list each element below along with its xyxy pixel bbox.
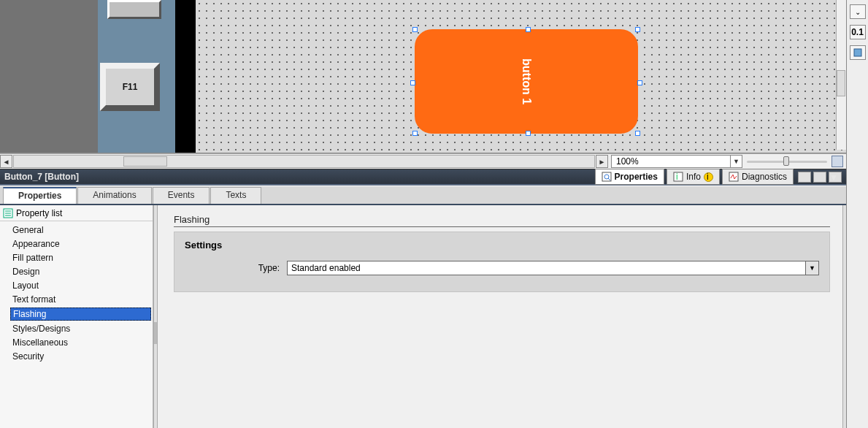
property-item-appearance[interactable]: Appearance — [10, 238, 151, 250]
chevron-down-icon[interactable]: ⌄ — [850, 4, 866, 19]
inspector-subtabs: Properties Animations Events Texts — [0, 186, 846, 205]
hscroll-right-button[interactable]: ► — [596, 155, 608, 168]
warning-icon: i — [704, 172, 713, 182]
toolbox-button-2[interactable] — [850, 45, 866, 60]
hscroll-thumb[interactable] — [123, 156, 167, 167]
canvas-vertical-scrollbar[interactable] — [836, 0, 846, 150]
property-item-miscellaneous[interactable]: Miscellaneous — [10, 337, 151, 348]
resize-handle[interactable] — [526, 27, 531, 32]
property-tree: Property list GeneralAppearanceFill patt… — [0, 205, 153, 428]
type-dropdown[interactable]: Standard enabled ▼ — [287, 261, 819, 275]
zoom-slider-knob[interactable] — [783, 156, 789, 166]
svg-rect-12 — [854, 49, 861, 56]
zoom-slider[interactable] — [747, 155, 827, 168]
list-icon — [3, 208, 13, 218]
function-key-f11[interactable]: F11 — [100, 63, 160, 111]
property-tree-header[interactable]: Property list — [0, 205, 153, 221]
design-canvas[interactable]: F11 button 1 — [0, 0, 846, 153]
key-box-top[interactable] — [107, 0, 161, 19]
property-item-general[interactable]: General — [10, 224, 151, 236]
info-icon: i — [673, 172, 683, 182]
property-item-fill-pattern[interactable]: Fill pattern — [10, 252, 151, 264]
inspector-titlebar: Button_7 [Button] Properties i Info i Di… — [0, 169, 846, 186]
diagnostics-icon — [729, 172, 739, 182]
canvas-footer-bar: ◄ ► 100% ▼ — [0, 153, 846, 169]
resize-handle[interactable] — [635, 131, 640, 136]
resize-handle[interactable] — [635, 27, 640, 32]
svg-text:i: i — [707, 172, 709, 182]
function-key-label: F11 — [123, 82, 138, 92]
property-tree-title: Property list — [16, 208, 62, 218]
zoom-combobox[interactable]: 100% ▼ — [611, 155, 742, 168]
tab-diagnostics[interactable]: Diagnostics — [722, 169, 794, 185]
properties-icon — [602, 172, 612, 182]
section-title: Flashing — [174, 214, 830, 227]
tab-properties[interactable]: Properties — [595, 169, 664, 185]
svg-text:i: i — [676, 172, 678, 182]
property-area: Property list GeneralAppearanceFill patt… — [0, 205, 846, 428]
resize-handle[interactable] — [412, 131, 418, 136]
layout-button-1[interactable] — [798, 172, 811, 183]
settings-group: Settings Type: Standard enabled ▼ — [174, 232, 830, 292]
chevron-down-icon[interactable]: ▼ — [730, 156, 742, 167]
subtab-texts[interactable]: Texts — [210, 187, 261, 204]
subtab-properties[interactable]: Properties — [3, 187, 77, 204]
property-body: Flashing Settings Type: Standard enabled… — [158, 205, 846, 428]
property-item-styles-designs[interactable]: Styles/Designs — [10, 323, 151, 335]
resize-handle[interactable] — [526, 131, 531, 136]
tab-info[interactable]: i Info i — [667, 169, 720, 185]
subtab-animations[interactable]: Animations — [77, 187, 151, 204]
resize-handle[interactable] — [637, 80, 642, 85]
inspector-object-name: Button_7 [Button] — [4, 172, 79, 182]
collapse-button[interactable]: ▼ — [829, 172, 842, 183]
zoom-value: 100% — [612, 156, 639, 167]
canvas-left-panel: F11 — [0, 0, 175, 153]
maximize-editor-button[interactable] — [831, 156, 843, 167]
svg-rect-3 — [674, 172, 683, 181]
settings-group-title: Settings — [185, 240, 819, 251]
layout-button-2[interactable] — [813, 172, 826, 183]
canvas-grid[interactable]: button 1 — [175, 0, 846, 153]
property-item-security[interactable]: Security — [10, 351, 151, 362]
subtab-events[interactable]: Events — [153, 187, 210, 204]
property-item-design[interactable]: Design — [10, 266, 151, 278]
resize-handle[interactable] — [412, 27, 418, 32]
selected-button-object[interactable]: button 1 — [415, 29, 638, 134]
resize-handle[interactable] — [410, 80, 415, 85]
type-label: Type: — [185, 263, 280, 273]
toolbox-button-1[interactable]: 0.1 — [850, 25, 866, 39]
chevron-down-icon[interactable]: ▼ — [805, 261, 818, 275]
right-toolbar: ⌄ 0.1 — [846, 0, 868, 428]
button-object-label: button 1 — [520, 58, 533, 104]
property-item-layout[interactable]: Layout — [10, 280, 151, 291]
property-item-flashing[interactable]: Flashing — [10, 307, 151, 321]
hscroll-track[interactable] — [13, 155, 595, 168]
property-item-text-format[interactable]: Text format — [10, 294, 151, 305]
type-value: Standard enabled — [291, 263, 361, 273]
hscroll-left-button[interactable]: ◄ — [0, 155, 12, 168]
